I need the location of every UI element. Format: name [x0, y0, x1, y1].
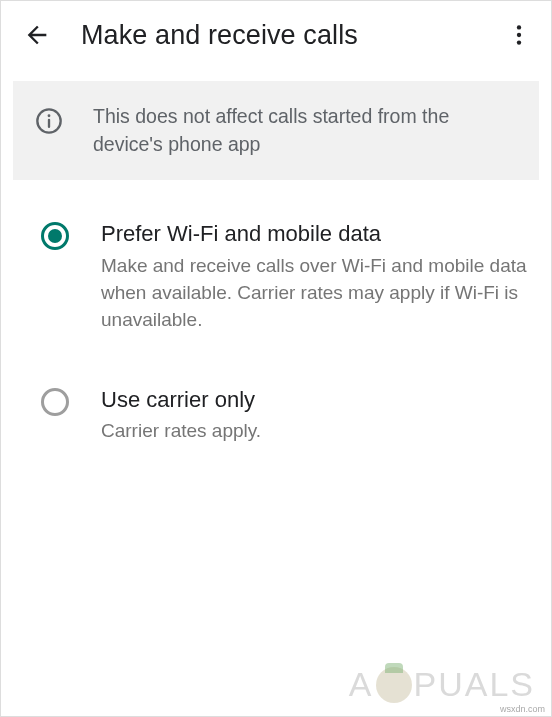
svg-point-2	[517, 40, 521, 44]
svg-point-1	[517, 33, 521, 37]
option-title: Use carrier only	[101, 386, 527, 415]
option-use-carrier-only[interactable]: Use carrier only Carrier rates apply.	[41, 386, 527, 446]
radio-unselected-icon	[41, 388, 69, 416]
info-banner-text: This does not affect calls started from …	[93, 103, 515, 158]
back-button[interactable]	[15, 13, 59, 57]
option-prefer-wifi-mobile[interactable]: Prefer Wi-Fi and mobile data Make and re…	[41, 220, 527, 334]
radio-selected-icon	[41, 222, 69, 250]
info-banner: This does not affect calls started from …	[13, 81, 539, 180]
option-description: Carrier rates apply.	[101, 418, 527, 445]
page-title: Make and receive calls	[81, 20, 497, 51]
svg-point-5	[48, 114, 51, 117]
more-options-button[interactable]	[497, 13, 541, 57]
watermark-avatar-icon	[376, 667, 412, 703]
option-description: Make and receive calls over Wi-Fi and mo…	[101, 253, 527, 334]
watermark-suffix: PUALS	[414, 665, 536, 704]
watermark: A PUALS	[349, 665, 535, 704]
info-icon	[35, 107, 63, 139]
option-texts: Use carrier only Carrier rates apply.	[101, 386, 527, 446]
svg-point-0	[517, 25, 521, 29]
watermark-prefix: A	[349, 665, 374, 704]
options-list: Prefer Wi-Fi and mobile data Make and re…	[1, 180, 551, 445]
arrow-back-icon	[23, 21, 51, 49]
app-bar: Make and receive calls	[1, 1, 551, 69]
option-title: Prefer Wi-Fi and mobile data	[101, 220, 527, 249]
option-texts: Prefer Wi-Fi and mobile data Make and re…	[101, 220, 527, 334]
more-vert-icon	[506, 22, 532, 48]
source-label: wsxdn.com	[500, 704, 545, 714]
